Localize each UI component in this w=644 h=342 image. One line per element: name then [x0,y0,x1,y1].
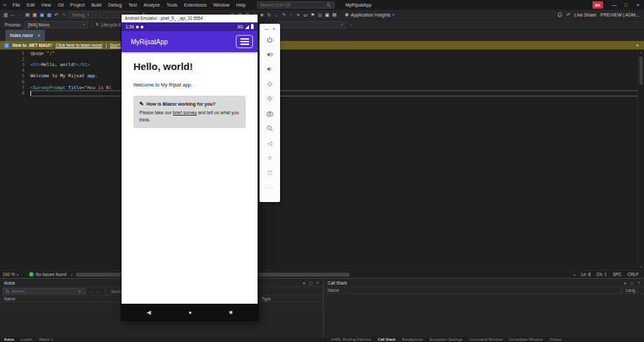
scroll-down-icon[interactable]: ▾ [638,264,644,270]
menu-item[interactable]: Build [88,0,105,10]
screenshot-camera-icon[interactable] [260,106,280,121]
column-header-name[interactable]: Name [324,287,622,293]
next-result-icon[interactable]: → [96,289,100,294]
window-layout-icon[interactable]: ▥ [2,10,9,20]
process-dropdown[interactable]: [N/A] Mono ▾ [24,21,88,28]
menu-item[interactable]: Tools [163,0,180,10]
menu-item[interactable]: Edit [23,0,38,10]
code-line[interactable]: 5Welcome to My Rijsat app. [0,73,644,79]
redo-icon[interactable]: ↷ [60,10,67,20]
tool-window-tab[interactable]: Autos [1,337,17,342]
maximize-button[interactable]: □ [620,0,632,10]
hamburger-menu-button[interactable] [236,35,253,48]
tool-window-tab[interactable]: Locals [18,337,34,342]
code-line[interactable]: 4 [0,68,644,74]
column-header-type[interactable]: Type [258,296,323,302]
back-icon[interactable]: ◁ [260,136,280,151]
tool-window-tab[interactable]: Output [547,337,564,342]
prev-result-icon[interactable]: ← [89,289,93,294]
application-insights-button[interactable]: ◉ Application Insights ▾ [345,12,397,17]
restart-icon[interactable]: ↻ [266,10,273,20]
tab-index-razor[interactable]: Index.razor × [5,30,45,41]
tool-window-tab[interactable]: Immediate Window [507,337,546,342]
menu-item[interactable]: Help [233,0,249,10]
rotate-right-icon[interactable] [260,92,280,106]
code-editor[interactable]: 1@page "/"23<h1>Hello, world!</h1>45Welc… [0,50,644,270]
emulator-title-bar[interactable]: Android Emulator - pixel_5_-_api_31:5554 [122,15,258,22]
tab-close-icon[interactable]: × [38,33,40,38]
more-options-icon[interactable]: ··· [260,180,280,195]
window-position-icon[interactable]: ▾ [303,281,305,285]
column-header-name[interactable]: Name [0,296,132,302]
tool-window-tab[interactable]: Exception Settings [427,337,466,342]
code-line[interactable]: 3<h1>Hello, world!</h1> [0,62,644,68]
scrollbar-thumb[interactable] [639,57,643,85]
infobar-close-icon[interactable]: × [636,43,639,48]
brief-survey-link[interactable]: brief survey [173,110,197,115]
quick-search-box[interactable] [257,1,335,9]
tool-window-tab[interactable]: Watch 1 [36,337,56,342]
stop-debugging-icon[interactable]: ■ [258,10,266,20]
overview-icon[interactable]: □ [260,166,280,180]
live-share-button[interactable]: Live Share [575,13,596,17]
undo-icon[interactable]: ↶ [53,10,60,20]
power-icon[interactable] [260,32,280,47]
maximize-panel-icon[interactable]: ▢ [630,281,634,285]
step-into-icon[interactable]: ↓ [273,10,280,20]
nav-home-button[interactable]: ● [188,309,192,316]
rotate-left-icon[interactable] [260,77,280,91]
toolbar-overflow-icon[interactable]: ▫ [347,20,355,30]
menu-item[interactable]: Window [210,0,233,10]
tool-window-tab[interactable]: Call Stack [375,337,398,342]
emulator-close-icon[interactable]: × [273,26,275,31]
call-hierarchy-icon[interactable]: ▤ [331,10,338,20]
autos-search-box[interactable]: ▾ [3,288,86,294]
autos-search-input[interactable] [12,289,77,293]
emulator-minimize-icon[interactable]: — [264,26,269,31]
bookmark-icon[interactable]: ⚑ [309,10,316,20]
menu-item[interactable]: Debug [105,0,125,10]
account-avatar[interactable]: RA [592,1,603,9]
call-stack-panel-header[interactable]: Call Stack ▾ ▢ × [324,279,644,287]
zoom-dropdown[interactable]: 100 % ▾ [3,272,25,277]
new-file-icon[interactable]: ▤ [24,10,31,20]
zoom-icon[interactable] [260,121,280,135]
tool-window-tab[interactable]: Command Window [466,337,505,342]
code-line[interactable]: 1@page "/" [0,51,644,57]
code-line[interactable]: 2 [0,57,644,63]
minimize-button[interactable]: — [608,0,620,10]
search-input[interactable] [260,3,326,7]
code-line[interactable]: 7<SurveyPrompt Title="How is Bl [0,85,644,91]
preview-channel-badge[interactable]: PREVIEW | ADM... [600,13,639,17]
infobar-learn-more-link[interactable]: Click here to learn more! [55,43,102,48]
menu-item[interactable]: File [9,0,23,10]
menu-item[interactable]: View [38,0,54,10]
menu-item[interactable]: Analyze [140,0,163,10]
threads-icon[interactable]: ≡ [295,10,302,20]
save-icon[interactable]: ▣ [38,10,46,20]
menu-item[interactable]: Extensions [180,0,209,10]
navigate-back-icon[interactable]: ← [9,10,17,20]
close-panel-icon[interactable]: × [637,281,640,285]
editor-vertical-scrollbar[interactable]: ▴ ▾ [637,50,644,270]
menu-item[interactable]: Project [67,0,88,10]
thread-dropdown[interactable]: ▾ [277,21,346,28]
nav-overview-button[interactable]: ■ [229,309,233,316]
memory-icon[interactable]: ▣ [324,10,331,20]
menu-item[interactable]: Test [125,0,140,10]
spaces-indicator[interactable]: SPC [613,272,622,277]
volume-up-icon[interactable] [260,47,280,61]
watch-window-icon[interactable]: ▭ [302,10,309,20]
issues-indicator[interactable]: ✓ No issues found [25,272,71,277]
maximize-panel-icon[interactable]: ▢ [309,281,313,285]
menu-item[interactable]: Git [54,0,67,10]
diagnostics-icon[interactable]: ◎ [316,10,324,20]
hscroll-left-icon[interactable]: ◂ [71,272,73,277]
home-icon[interactable]: ○ [260,151,280,165]
column-header-lang[interactable]: Lang... [622,287,644,293]
step-out-icon[interactable]: ↑ [287,10,295,20]
configuration-dropdown[interactable]: Debug ▾ [69,11,96,18]
volume-down-icon[interactable] [260,62,280,77]
tool-window-tab[interactable]: XAML Binding Failures [328,337,374,342]
open-file-icon[interactable]: ▦ [31,10,38,20]
